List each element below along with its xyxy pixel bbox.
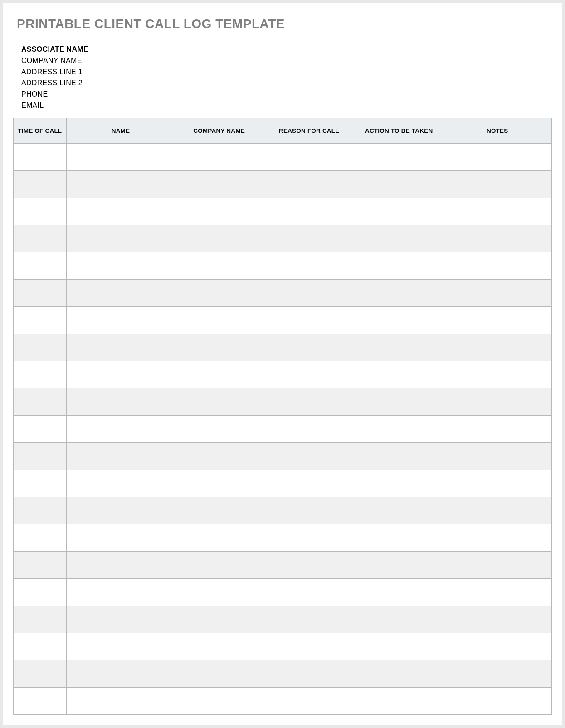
- cell-name[interactable]: [66, 143, 175, 170]
- cell-notes[interactable]: [443, 497, 552, 524]
- cell-notes[interactable]: [443, 170, 552, 198]
- cell-time[interactable]: [14, 497, 67, 524]
- cell-notes[interactable]: [443, 415, 552, 442]
- cell-action[interactable]: [355, 551, 443, 578]
- cell-time[interactable]: [14, 551, 67, 578]
- cell-action[interactable]: [355, 225, 443, 252]
- cell-action[interactable]: [355, 306, 443, 334]
- cell-notes[interactable]: [443, 388, 552, 415]
- cell-reason[interactable]: [263, 606, 355, 633]
- cell-name[interactable]: [66, 252, 175, 279]
- cell-notes[interactable]: [443, 606, 552, 633]
- cell-name[interactable]: [66, 551, 175, 578]
- cell-name[interactable]: [66, 497, 175, 524]
- cell-name[interactable]: [66, 687, 175, 714]
- cell-reason[interactable]: [263, 334, 355, 361]
- cell-name[interactable]: [66, 306, 175, 334]
- cell-notes[interactable]: [443, 524, 552, 551]
- cell-time[interactable]: [14, 361, 67, 388]
- cell-action[interactable]: [355, 470, 443, 497]
- cell-company[interactable]: [175, 524, 263, 551]
- cell-name[interactable]: [66, 279, 175, 306]
- cell-name[interactable]: [66, 470, 175, 497]
- cell-time[interactable]: [14, 633, 67, 660]
- cell-company[interactable]: [175, 606, 263, 633]
- cell-name[interactable]: [66, 633, 175, 660]
- cell-time[interactable]: [14, 660, 67, 687]
- cell-action[interactable]: [355, 279, 443, 306]
- cell-name[interactable]: [66, 578, 175, 606]
- cell-name[interactable]: [66, 170, 175, 198]
- cell-reason[interactable]: [263, 687, 355, 714]
- cell-reason[interactable]: [263, 470, 355, 497]
- cell-notes[interactable]: [443, 551, 552, 578]
- cell-action[interactable]: [355, 388, 443, 415]
- cell-reason[interactable]: [263, 551, 355, 578]
- cell-reason[interactable]: [263, 198, 355, 225]
- cell-action[interactable]: [355, 660, 443, 687]
- cell-company[interactable]: [175, 198, 263, 225]
- cell-reason[interactable]: [263, 170, 355, 198]
- cell-company[interactable]: [175, 687, 263, 714]
- cell-company[interactable]: [175, 442, 263, 470]
- cell-reason[interactable]: [263, 578, 355, 606]
- cell-name[interactable]: [66, 225, 175, 252]
- cell-reason[interactable]: [263, 524, 355, 551]
- cell-company[interactable]: [175, 170, 263, 198]
- cell-time[interactable]: [14, 687, 67, 714]
- cell-action[interactable]: [355, 252, 443, 279]
- cell-action[interactable]: [355, 524, 443, 551]
- cell-reason[interactable]: [263, 361, 355, 388]
- cell-reason[interactable]: [263, 225, 355, 252]
- cell-time[interactable]: [14, 279, 67, 306]
- cell-time[interactable]: [14, 524, 67, 551]
- cell-name[interactable]: [66, 606, 175, 633]
- cell-time[interactable]: [14, 470, 67, 497]
- cell-notes[interactable]: [443, 578, 552, 606]
- cell-name[interactable]: [66, 198, 175, 225]
- cell-action[interactable]: [355, 361, 443, 388]
- cell-action[interactable]: [355, 415, 443, 442]
- cell-notes[interactable]: [443, 143, 552, 170]
- cell-company[interactable]: [175, 388, 263, 415]
- cell-company[interactable]: [175, 225, 263, 252]
- cell-time[interactable]: [14, 388, 67, 415]
- cell-company[interactable]: [175, 334, 263, 361]
- cell-action[interactable]: [355, 334, 443, 361]
- cell-time[interactable]: [14, 442, 67, 470]
- cell-time[interactable]: [14, 143, 67, 170]
- cell-reason[interactable]: [263, 633, 355, 660]
- cell-reason[interactable]: [263, 306, 355, 334]
- cell-action[interactable]: [355, 497, 443, 524]
- cell-reason[interactable]: [263, 388, 355, 415]
- cell-company[interactable]: [175, 361, 263, 388]
- cell-reason[interactable]: [263, 143, 355, 170]
- cell-notes[interactable]: [443, 334, 552, 361]
- cell-notes[interactable]: [443, 442, 552, 470]
- cell-company[interactable]: [175, 252, 263, 279]
- cell-name[interactable]: [66, 415, 175, 442]
- cell-reason[interactable]: [263, 415, 355, 442]
- cell-notes[interactable]: [443, 660, 552, 687]
- cell-time[interactable]: [14, 252, 67, 279]
- cell-reason[interactable]: [263, 279, 355, 306]
- cell-action[interactable]: [355, 170, 443, 198]
- cell-company[interactable]: [175, 470, 263, 497]
- cell-name[interactable]: [66, 334, 175, 361]
- cell-company[interactable]: [175, 578, 263, 606]
- cell-name[interactable]: [66, 660, 175, 687]
- cell-time[interactable]: [14, 334, 67, 361]
- cell-notes[interactable]: [443, 633, 552, 660]
- cell-time[interactable]: [14, 306, 67, 334]
- cell-action[interactable]: [355, 143, 443, 170]
- cell-company[interactable]: [175, 497, 263, 524]
- cell-company[interactable]: [175, 306, 263, 334]
- cell-notes[interactable]: [443, 198, 552, 225]
- cell-company[interactable]: [175, 415, 263, 442]
- cell-company[interactable]: [175, 279, 263, 306]
- cell-action[interactable]: [355, 198, 443, 225]
- cell-name[interactable]: [66, 442, 175, 470]
- cell-action[interactable]: [355, 687, 443, 714]
- cell-name[interactable]: [66, 388, 175, 415]
- cell-action[interactable]: [355, 442, 443, 470]
